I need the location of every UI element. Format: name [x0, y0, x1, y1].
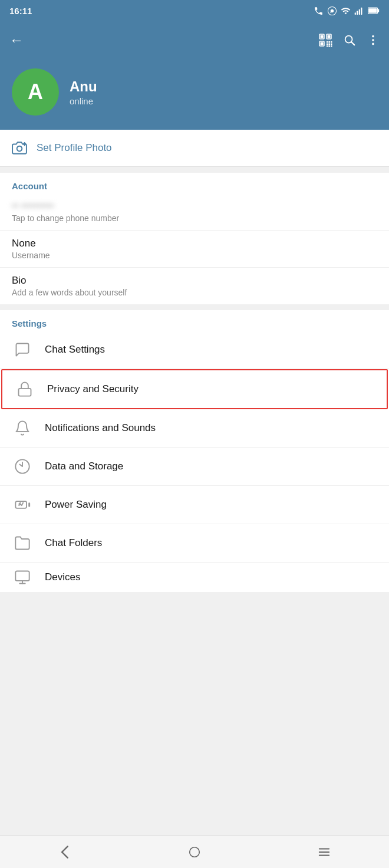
svg-rect-21	[329, 45, 331, 47]
chat-folders-icon	[12, 532, 33, 554]
username-item[interactable]: None Username	[0, 231, 389, 268]
battery-icon	[368, 6, 380, 15]
svg-rect-11	[328, 35, 331, 38]
main-content: ←	[0, 21, 389, 625]
svg-rect-2	[357, 11, 358, 14]
power-saving-icon	[12, 494, 33, 515]
profile-status: online	[70, 96, 97, 106]
privacy-security-icon	[14, 379, 35, 400]
separator-2	[0, 304, 389, 310]
svg-rect-6	[378, 9, 380, 12]
phone-number-item[interactable]: •• •••••••••• Tap to change phone number	[0, 193, 389, 231]
svg-rect-19	[331, 44, 332, 45]
svg-rect-37	[15, 571, 29, 581]
header: ←	[0, 21, 389, 59]
settings-section: Settings Chat Settings Privacy and Secur…	[0, 310, 389, 592]
svg-point-28	[17, 146, 22, 152]
qr-code-button[interactable]	[318, 33, 332, 47]
svg-rect-9	[321, 35, 324, 38]
avatar: A	[12, 68, 59, 116]
bio-item[interactable]: Bio Add a few words about yourself	[0, 268, 389, 304]
notifications-label: Notifications and Sounds	[45, 422, 156, 434]
data-storage-item[interactable]: Data and Storage	[0, 448, 389, 486]
profile-info: Anu online	[70, 78, 97, 106]
username-value: None	[12, 238, 377, 249]
svg-rect-22	[331, 45, 332, 47]
header-actions	[318, 33, 380, 47]
back-button[interactable]: ←	[9, 32, 24, 48]
svg-rect-4	[361, 7, 362, 14]
privacy-security-label: Privacy and Security	[47, 383, 139, 395]
svg-rect-32	[19, 389, 31, 396]
svg-rect-15	[329, 41, 331, 43]
data-storage-icon	[12, 456, 33, 477]
nav-back-button[interactable]	[41, 839, 88, 865]
profile-name: Anu	[70, 78, 97, 95]
status-time: 16:11	[9, 6, 32, 16]
whatsapp-icon	[327, 6, 337, 16]
chat-folders-item[interactable]: Chat Folders	[0, 524, 389, 563]
notifications-item[interactable]: Notifications and Sounds	[0, 409, 389, 448]
account-title: Account	[0, 173, 389, 193]
set-profile-photo-row[interactable]: Set Profile Photo	[0, 130, 389, 167]
separator-1	[0, 167, 389, 173]
chat-settings-item[interactable]: Chat Settings	[0, 331, 389, 369]
nav-home-button[interactable]	[171, 839, 218, 865]
profile-section: A Anu online	[0, 59, 389, 130]
wifi-icon	[341, 6, 351, 16]
bio-title: Bio	[12, 275, 377, 287]
svg-rect-18	[331, 41, 332, 43]
bio-sublabel: Add a few words about yourself	[12, 288, 377, 297]
chat-settings-icon	[12, 339, 33, 360]
svg-rect-1	[355, 12, 356, 15]
bottom-navigation	[0, 835, 389, 868]
svg-point-40	[190, 847, 200, 857]
account-section: Account •• •••••••••• Tap to change phon…	[0, 173, 389, 304]
search-button[interactable]	[343, 34, 356, 47]
svg-rect-17	[329, 44, 331, 45]
status-icons	[314, 6, 380, 16]
phone-number-label: Tap to change phone number	[12, 213, 377, 223]
svg-rect-20	[327, 45, 328, 47]
chat-folders-label: Chat Folders	[45, 537, 102, 549]
svg-line-24	[351, 42, 354, 45]
settings-title: Settings	[0, 310, 389, 331]
devices-item[interactable]: Devices	[0, 563, 389, 592]
power-saving-item[interactable]: Power Saving	[0, 486, 389, 524]
devices-label: Devices	[45, 571, 80, 583]
signal-icon	[354, 6, 364, 16]
svg-rect-3	[359, 9, 360, 14]
svg-point-26	[372, 39, 374, 41]
more-button[interactable]	[367, 34, 380, 47]
svg-rect-14	[327, 41, 328, 43]
camera-icon	[12, 140, 27, 156]
power-saving-label: Power Saving	[45, 499, 107, 511]
data-storage-label: Data and Storage	[45, 461, 123, 472]
notifications-icon	[12, 417, 33, 439]
chat-settings-label: Chat Settings	[45, 344, 105, 356]
svg-rect-16	[327, 44, 328, 45]
nav-menu-button[interactable]	[301, 839, 348, 865]
phone-icon	[314, 6, 324, 16]
privacy-security-item[interactable]: Privacy and Security	[1, 369, 388, 409]
devices-icon	[12, 567, 33, 588]
svg-rect-7	[368, 8, 377, 13]
svg-point-27	[372, 43, 374, 45]
username-label: Username	[12, 251, 377, 260]
phone-number-value: •• ••••••••••	[12, 200, 377, 211]
status-bar: 16:11	[0, 0, 389, 21]
svg-rect-13	[321, 42, 324, 45]
svg-point-25	[372, 35, 374, 38]
set-photo-label: Set Profile Photo	[37, 142, 112, 154]
